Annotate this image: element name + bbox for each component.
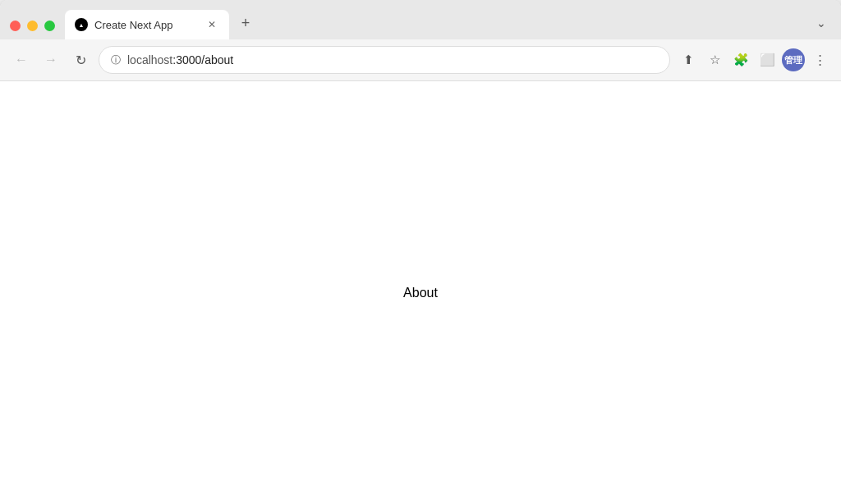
page-content: About bbox=[0, 81, 841, 504]
refresh-icon: ↻ bbox=[76, 53, 86, 68]
active-tab[interactable]: Create Next App ✕ bbox=[65, 10, 229, 39]
nav-bar: ← → ↻ ⓘ localhost:3000/about ⬆ ☆ 🧩 ⬜ bbox=[0, 39, 841, 81]
bookmark-icon: ☆ bbox=[710, 53, 720, 67]
url-rest: :3000/about bbox=[172, 53, 233, 66]
maximize-button[interactable] bbox=[44, 21, 55, 31]
tab-favicon bbox=[75, 18, 88, 31]
new-tab-button[interactable]: + bbox=[232, 10, 259, 36]
avatar-label: 管理 bbox=[784, 54, 802, 66]
tabs-dropdown-button[interactable]: ⌄ bbox=[811, 13, 831, 33]
tabs-right: ⌄ bbox=[811, 13, 831, 33]
extensions-icon: 🧩 bbox=[733, 53, 749, 67]
nav-actions: ⬆ ☆ 🧩 ⬜ 管理 ⋮ bbox=[677, 48, 831, 71]
menu-button[interactable]: ⋮ bbox=[808, 48, 831, 71]
forward-icon: → bbox=[44, 53, 57, 67]
bookmark-button[interactable]: ☆ bbox=[703, 48, 726, 71]
extensions-button[interactable]: 🧩 bbox=[729, 48, 752, 71]
profile-avatar-button[interactable]: 管理 bbox=[782, 48, 805, 71]
back-icon: ← bbox=[15, 53, 28, 67]
refresh-button[interactable]: ↻ bbox=[69, 48, 92, 71]
title-bar: Create Next App ✕ + ⌄ bbox=[0, 0, 841, 39]
window-controls bbox=[10, 21, 55, 31]
tabs-area: Create Next App ✕ + bbox=[65, 10, 811, 39]
close-button[interactable] bbox=[10, 21, 21, 31]
share-button[interactable]: ⬆ bbox=[677, 48, 700, 71]
tab-close-button[interactable]: ✕ bbox=[205, 17, 219, 32]
url-text: localhost:3000/about bbox=[127, 53, 658, 66]
forward-button[interactable]: → bbox=[39, 48, 62, 71]
address-bar[interactable]: ⓘ localhost:3000/about bbox=[99, 46, 670, 74]
reader-view-button[interactable]: ⬜ bbox=[756, 48, 779, 71]
back-button[interactable]: ← bbox=[10, 48, 33, 71]
lock-icon: ⓘ bbox=[111, 53, 121, 67]
share-icon: ⬆ bbox=[683, 53, 694, 67]
browser-window: Create Next App ✕ + ⌄ ← → ↻ ⓘ localhost:… bbox=[0, 0, 841, 504]
minimize-button[interactable] bbox=[27, 21, 38, 31]
reader-icon: ⬜ bbox=[760, 53, 775, 67]
tab-title: Create Next App bbox=[94, 19, 198, 31]
url-scheme: localhost bbox=[127, 53, 172, 66]
menu-icon: ⋮ bbox=[814, 53, 826, 67]
page-heading: About bbox=[403, 286, 438, 300]
